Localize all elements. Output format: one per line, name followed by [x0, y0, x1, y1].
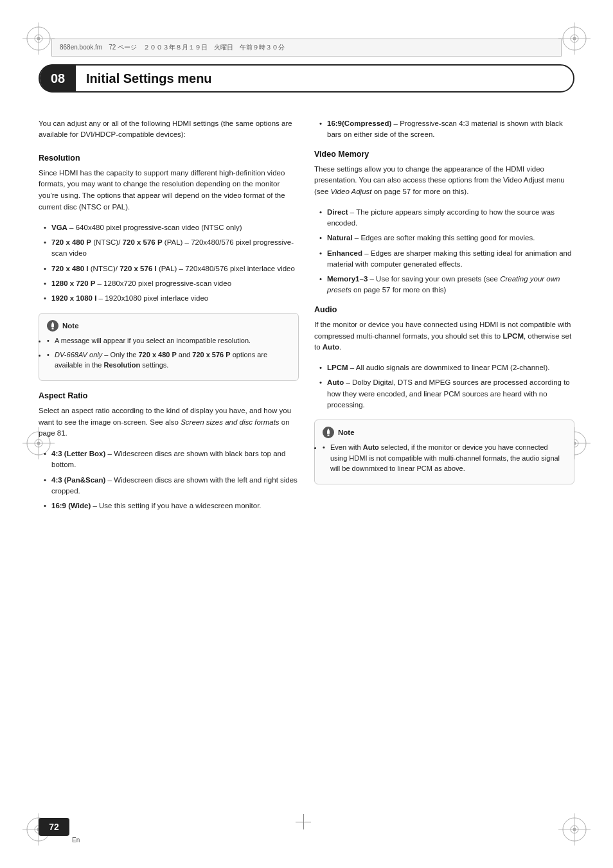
svg-point-4: [37, 37, 40, 40]
list-item: Direct – The picture appears simply acco…: [319, 207, 574, 229]
list-item: 720 x 480 P (NTSC)/ 720 x 576 P (PAL) – …: [44, 237, 299, 260]
page-suffix: En: [72, 837, 80, 844]
intro-text: You can adjust any or all of the followi…: [39, 118, 299, 141]
note-header-2: Note: [323, 427, 566, 438]
page-number: 72: [39, 818, 69, 836]
list-item: Auto – Dolby Digital, DTS and MPEG sourc…: [319, 377, 574, 411]
note-label-2: Note: [338, 429, 355, 436]
compressed-bullet-list: 16:9(Compressed) – Progressive-scan 4:3 …: [314, 118, 574, 141]
audio-title: Audio: [314, 305, 574, 314]
resolution-list: VGA – 640x480 pixel progressive-scan vid…: [39, 222, 299, 305]
list-item: LPCM – All audio signals are downmixed t…: [319, 362, 574, 373]
chapter-title: Initial Settings menu: [86, 71, 212, 86]
audio-list: LPCM – All audio signals are downmixed t…: [314, 362, 574, 411]
svg-rect-31: [52, 328, 54, 330]
svg-rect-33: [328, 435, 330, 436]
video-memory-list: Direct – The picture appears simply acco…: [314, 207, 574, 296]
note-icon-2: [323, 427, 334, 438]
svg-point-19: [573, 828, 576, 831]
note-content-2: Even with Auto selected, if the monitor …: [323, 442, 566, 474]
chapter-header: 08 Initial Settings menu: [39, 64, 574, 93]
audio-body: If the monitor or device you have connec…: [314, 319, 574, 353]
resolution-title: Resolution: [39, 154, 299, 163]
resolution-body: Since HDMI has the capacity to support m…: [39, 168, 299, 213]
note-box-resolution: Note A message will appear if you select…: [39, 313, 299, 381]
note-label: Note: [62, 322, 79, 330]
list-item: 16:9(Compressed) – Progressive-scan 4:3 …: [319, 118, 574, 141]
list-item: 4:3 (Letter Box) – Widescreen discs are …: [44, 448, 299, 471]
list-item: A message will appear if you select an i…: [47, 335, 290, 346]
list-item: Even with Auto selected, if the monitor …: [323, 442, 566, 474]
list-item: DV-668AV only – Only the 720 x 480 P and…: [47, 350, 290, 371]
list-item: Memory1–3 – Use for saving your own pres…: [319, 274, 574, 296]
note-content: A message will appear if you select an i…: [47, 335, 290, 371]
svg-rect-32: [328, 434, 330, 435]
list-item: Natural – Edges are softer making this s…: [319, 233, 574, 244]
list-item: Enhanced – Edges are sharper making this…: [319, 248, 574, 270]
note-header: Note: [47, 320, 290, 332]
left-column: You can adjust any or all of the followi…: [39, 108, 299, 817]
list-item: 16:9 (Wide) – Use this setting if you ha…: [44, 500, 299, 511]
aspect-ratio-list: 4:3 (Letter Box) – Widescreen discs are …: [39, 448, 299, 511]
aspect-ratio-title: Aspect Ratio: [39, 391, 299, 400]
note-box-audio: Note Even with Auto selected, if the mon…: [314, 420, 574, 484]
svg-rect-30: [52, 328, 54, 328]
video-memory-body: These settings allow you to change the a…: [314, 164, 574, 198]
list-item: 4:3 (Pan&Scan) – Widescreen discs are sh…: [44, 475, 299, 497]
chapter-number: 08: [40, 64, 76, 93]
svg-point-9: [573, 37, 576, 40]
video-memory-title: Video Memory: [314, 150, 574, 159]
right-column: 16:9(Compressed) – Progressive-scan 4:3 …: [314, 108, 574, 817]
list-item: 720 x 480 I (NTSC)/ 720 x 576 I (PAL) – …: [44, 263, 299, 274]
list-item: VGA – 640x480 pixel progressive-scan vid…: [44, 222, 299, 233]
file-info-text: 868en.book.fm 72 ページ ２００３年８月１９日 火曜日 午前９時…: [60, 43, 285, 52]
content-area: You can adjust any or all of the followi…: [39, 108, 574, 817]
list-item: 1280 x 720 P – 1280x720 pixel progressiv…: [44, 278, 299, 289]
note-icon: [47, 320, 58, 332]
file-info-bar: 868en.book.fm 72 ページ ２００３年８月１９日 火曜日 午前９時…: [51, 39, 562, 57]
aspect-ratio-body: Select an aspect ratio according to the …: [39, 405, 299, 439]
list-item: 1920 x 1080 I – 1920x1080 pixel interlac…: [44, 293, 299, 304]
crosshair-bottom: [296, 814, 311, 829]
